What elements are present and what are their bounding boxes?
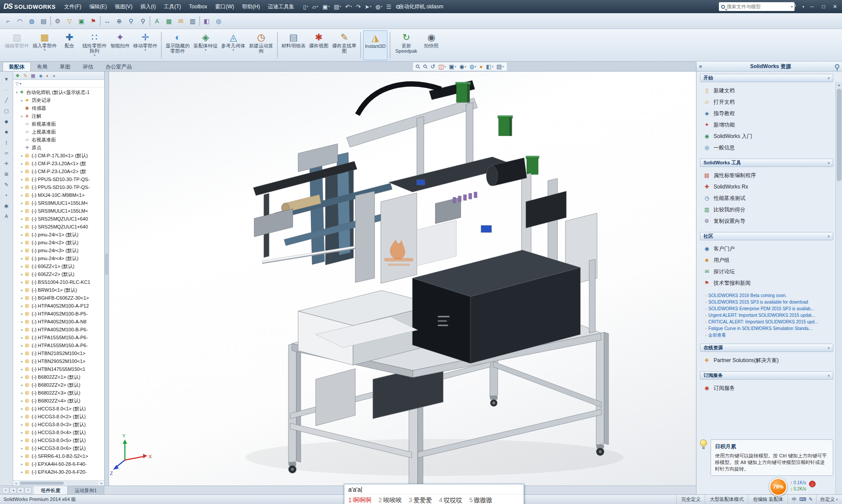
ime-candidate[interactable]: 1啊啊啊 [348,497,372,504]
minimize-button[interactable]: ─ [807,2,817,11]
scroll-left-icon[interactable]: ◂ [13,481,18,486]
tree-expander[interactable]: ▸ [20,367,24,371]
tree-item[interactable]: ▸ ▧ (-) PPUS-SD10-30-TP-QS- [13,183,104,191]
tree-item[interactable]: ▸ ▧ (-) MXJ4-10C-M9BM<1> [13,191,104,199]
section-header-community[interactable]: 社区 » [700,232,833,240]
help-caret[interactable]: ▾ [801,2,806,11]
prev-tab-button[interactable]: ◂ [10,487,17,493]
tree-item[interactable]: ▸ ▧ (-) EPXA4H-50-28-6-F40- [13,460,104,468]
tree-expander[interactable]: ▸ [20,272,24,276]
tree-item[interactable]: ▸ ▧ (-) BRW10<1> (默认) [13,286,104,294]
cad-model-svg[interactable]: Y X Z [109,72,696,486]
tree-item[interactable]: ▸ ▧ (-) pmu-24r<4> (默认) [13,254,104,262]
propertymanager-tab[interactable]: ✎ [23,73,27,78]
filter-surface-bodies-icon[interactable]: ◆ [2,117,11,125]
edit-component-button[interactable]: ▧ 编辑零部件 ▾ [4,30,30,60]
scroll-track[interactable] [19,481,98,485]
filter-solid-bodies-icon[interactable]: ■ [2,128,11,136]
tree-expander[interactable]: ▸ [20,288,24,292]
menu-item[interactable]: 工具(T) [160,0,185,13]
tutorials-link[interactable]: ◈ 指导教程 [703,108,833,119]
filter-icon[interactable]: ▽ [15,81,19,86]
menu-item[interactable]: 文件(F) [60,0,85,13]
performance-benchmark-link[interactable]: ◷ 性能基准测试 [703,192,833,204]
user-groups-link[interactable]: ☻ 用户组 [703,254,833,266]
tree-expander[interactable]: ▸ [20,280,24,284]
view-orientation-icon[interactable]: ▣▾ [449,64,456,70]
tree-item[interactable]: ▸ ▧ (-) HTPA40S2M100-A-N8 [13,318,104,326]
tree-item[interactable]: ▸ ▧ (-) EPXA2H-30-20-6-F20- [13,468,104,476]
new-motion-study-button[interactable]: ◷ 新建运动算例 ▾ [248,30,275,60]
section-header-start[interactable]: 开始 » [700,74,833,82]
open-document-link[interactable]: ▱ 打开文档 [703,96,833,108]
tab-assembly[interactable]: 装配体 [3,62,31,71]
menu-item[interactable]: 编辑(E) [85,0,111,13]
news-link[interactable]: › Urgent ALERT: Important SOLIDWORKS 201… [705,312,833,319]
news-link[interactable]: › SOLIDWORKS 2015 SP3 is available for d… [705,299,833,305]
tree-expander[interactable]: ▸ [20,320,24,324]
tree-item[interactable]: ▸ ▧ (-) SRS25MQZUUC1+640 [13,223,104,231]
tab-layout[interactable]: 布局 [31,62,54,71]
instant3d-button[interactable]: ◮ Instant3D ▾ [363,30,387,60]
tree-expander[interactable]: ▸ [20,233,24,237]
netspeed-widget[interactable]: 79% ↑ 0.1K/s ↓ 0.2K/s ↓ [769,478,816,496]
tree-item[interactable]: ▸ ▧ (-) B6802ZZ<2> (默认) [13,381,104,389]
tree-item[interactable]: ▸ ▧ (-) HTPA40S2M100-B-P6- [13,326,104,334]
download-icon[interactable]: ↓ [809,481,816,487]
insert-components-button[interactable]: ▦ 插入零部件 ▾ [31,30,58,60]
bill-of-materials-button[interactable]: ▤ 材料明细表 ▾ [280,30,307,60]
general-info-link[interactable]: ◎ 一般信息 [703,142,833,153]
tree-expander[interactable]: ▸ [20,217,24,221]
select-button[interactable]: ➤▾ [363,3,372,11]
print-button[interactable]: ▤▾ [332,3,343,11]
mate-button[interactable]: ✚ 配合 ▾ [59,30,80,60]
customer-portal-link[interactable]: ◉ 客户门户 [703,243,833,254]
tree-item[interactable]: ▱ 上视基准面 [13,128,104,136]
tree-expander[interactable]: ▸ [20,209,24,213]
tree-item[interactable]: ▸ ▧ (-) pmu-24r<3> (默认) [13,247,104,254]
tree-expander[interactable]: ▸ [20,178,24,181]
tree-item[interactable]: ▸ ▧ (-) SRS9MUUC1+155LM< [13,207,104,215]
solidworks-intro-link[interactable]: ◉ SolidWorks 入门 [703,131,833,142]
filter-faces-icon[interactable]: ▢ [2,107,11,115]
tree-expander[interactable]: ▸ [20,241,24,245]
tree-expander[interactable]: ▸ [20,257,24,261]
move-component-button[interactable]: ✛ 移动零部件 ▾ [132,30,159,60]
tab-evaluate[interactable]: 评估 [77,62,99,71]
new-document-button[interactable]: ▯▾ [302,3,310,11]
search-box[interactable]: ▾ [719,2,795,11]
maximize-button[interactable]: □ [818,2,829,11]
world-icon[interactable]: ◎ [213,16,224,26]
smart-fasteners-button[interactable]: ✦ 智能扣件 ▾ [109,30,131,60]
tree-expander[interactable]: ▸ [20,383,24,387]
pin-icon[interactable] [835,64,839,69]
tree-expander[interactable]: ▾ [15,91,19,94]
tree-expander[interactable]: ▸ [20,114,24,118]
tree-item[interactable]: ▱ 前视基准面 [13,120,104,128]
measure-icon[interactable]: ↔ [102,16,113,26]
tree-expander[interactable]: ▸ [20,312,24,316]
tree-item[interactable]: ▸ ▧ (-) B6802ZZ<1> (默认) [13,373,104,381]
redo-button[interactable]: ↷▾ [354,3,362,11]
tree-expander[interactable]: ▸ [20,328,24,332]
tree-expander[interactable]: ▸ [20,431,24,435]
tree-item[interactable]: ▸ ▧ (-) BGHFB-C606ZZ-30<1> [13,294,104,302]
partner-solutions-link[interactable]: ❖ Partner Solutions(解决方案) [703,355,833,366]
whats-new-link[interactable]: ✦ 新增功能 [703,119,833,131]
tab-office-products[interactable]: 办公室产品 [99,62,138,71]
news-link[interactable]: › CRITICAL ALERT: Important SOLIDWORKS 2… [705,319,833,325]
tree-expander[interactable]: ▸ [20,225,24,229]
tree-item[interactable]: ▸ A 注解 [13,112,104,120]
configurationmanager-tab[interactable]: ▦ [31,73,35,78]
tree-expander[interactable]: ▸ [20,296,24,300]
filter-midpoints-icon[interactable]: • [2,191,11,199]
filter-planes-icon[interactable]: ▱ [2,149,11,157]
panel-splitter[interactable] [105,72,109,486]
layers-icon[interactable]: ▤ [38,16,49,26]
menu-item[interactable]: 视图(V) [111,0,136,13]
tree-horizontal-scrollbar[interactable]: ◂ ▸ [13,480,104,486]
tree-item[interactable]: ✛ 原点 [13,144,104,152]
tree-item[interactable]: ▸ ▧ (-) CM-P-17L30<1> (默认) [13,152,104,160]
graphics-area[interactable]: Y X Z [109,72,696,486]
tree-expander[interactable]: ▸ [20,352,24,355]
